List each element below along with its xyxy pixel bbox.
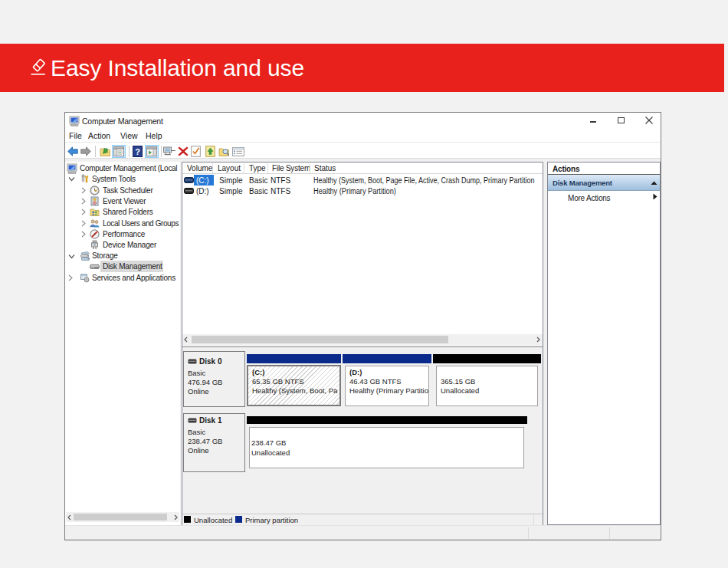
svg-text:?: ? xyxy=(135,147,140,156)
